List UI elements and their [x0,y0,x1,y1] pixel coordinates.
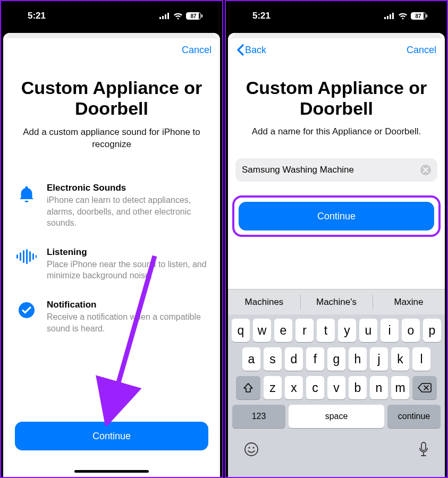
letter-key[interactable]: e [274,319,292,342]
svg-point-18 [248,447,250,448]
backspace-key[interactable] [412,376,437,399]
svg-rect-0 [159,17,161,19]
appliance-name-input[interactable] [242,165,416,175]
wifi-icon [173,13,183,20]
feature-electronic-sounds: Electronic Sounds iPhone can learn to de… [15,183,208,229]
feature-title: Electronic Sounds [47,183,208,193]
letter-key[interactable]: g [327,347,345,371]
back-label: Back [245,45,266,56]
letter-key[interactable]: a [242,347,260,371]
home-indicator[interactable] [74,470,149,473]
svg-rect-2 [165,14,166,19]
feature-title: Listening [47,247,208,258]
phone-screenshot-left: 5:21 87 Cancel Custom Appliance or Doorb… [0,0,223,478]
clear-text-icon[interactable] [420,165,431,175]
letter-key[interactable]: k [391,347,409,371]
letter-key[interactable]: d [285,347,303,371]
svg-point-17 [245,443,258,456]
svg-point-19 [252,447,254,448]
annotation-highlight-box: Continue [232,195,441,237]
continue-button[interactable]: Continue [15,422,208,450]
cellular-signal-icon [159,13,170,19]
waveform-icon [15,247,38,281]
page-title: Custom Appliance or Doorbell [15,78,208,119]
svg-rect-20 [421,442,426,450]
cellular-signal-icon [384,13,395,19]
numbers-key[interactable]: 123 [232,405,285,428]
status-time: 5:21 [252,11,271,21]
letter-key[interactable]: f [306,347,324,371]
letter-key[interactable]: u [359,319,377,342]
cancel-button[interactable]: Cancel [182,45,212,56]
checkmark-circle-icon [15,300,38,334]
back-button[interactable]: Back [236,44,266,56]
svg-rect-14 [387,16,388,19]
letter-key[interactable]: q [232,319,250,342]
status-bar: 5:21 87 [226,1,447,31]
svg-rect-13 [384,17,386,19]
feature-desc: Place iPhone near the sound to listen, a… [47,259,208,281]
letter-key[interactable]: w [253,319,271,342]
letter-key[interactable]: t [317,319,335,342]
letter-key[interactable]: o [402,319,420,342]
page-subtitle: Add a custom appliance sound for iPhone … [15,126,208,151]
svg-rect-5 [20,252,21,261]
letter-key[interactable]: h [349,347,367,371]
letter-key[interactable]: j [370,347,388,371]
bell-icon [15,183,38,229]
svg-rect-16 [392,13,394,19]
keyboard-suggestion[interactable]: Machine's [300,289,373,314]
feature-desc: Receive a notification when a compatible… [47,311,208,334]
wifi-icon [398,13,408,20]
letter-key[interactable]: c [306,376,324,399]
svg-rect-15 [390,14,391,19]
letter-key[interactable]: p [423,319,441,342]
status-bar: 5:21 87 [1,1,222,31]
svg-rect-8 [29,251,31,262]
letter-key[interactable]: r [295,319,314,342]
svg-rect-6 [23,250,24,263]
svg-rect-4 [16,254,18,259]
letter-key[interactable]: v [327,376,345,399]
battery-indicator: 87 [186,12,201,20]
page-subtitle: Add a name for this Appliance or Doorbel… [228,126,445,137]
phone-screenshot-right: 5:21 87 Back Cancel [225,0,448,478]
letter-key[interactable]: z [264,376,282,399]
shift-key[interactable] [236,376,260,399]
return-key[interactable]: continue [387,405,441,428]
feature-listening: Listening Place iPhone near the sound to… [15,247,208,281]
feature-desc: iPhone can learn to detect appliances, a… [47,194,208,229]
letter-key[interactable]: i [381,319,399,342]
svg-rect-7 [26,249,28,264]
space-key[interactable]: space [289,405,384,428]
keyboard-suggestion[interactable]: Machines [228,289,300,314]
page-title: Custom Appliance or Doorbell [228,78,445,119]
svg-rect-10 [36,255,37,258]
letter-key[interactable]: y [338,319,356,342]
svg-rect-9 [32,253,34,260]
letter-key[interactable]: m [391,376,409,399]
feature-title: Notification [47,300,208,310]
letter-key[interactable]: s [264,347,282,371]
emoji-key-icon[interactable] [244,442,259,459]
letter-key[interactable]: b [349,376,367,399]
letter-key[interactable]: n [370,376,388,399]
chevron-left-icon [236,44,244,56]
svg-rect-3 [167,13,169,19]
dictation-key-icon[interactable] [418,442,429,459]
onscreen-keyboard: Machines Machine's Maxine qwertyuiop asd… [228,289,445,477]
battery-indicator: 87 [411,12,426,20]
continue-button[interactable]: Continue [239,202,434,231]
status-time: 5:21 [28,11,46,21]
feature-notification: Notification Receive a notification when… [15,300,208,334]
svg-rect-1 [162,16,164,19]
letter-key[interactable]: x [285,376,303,399]
cancel-button[interactable]: Cancel [407,45,436,56]
keyboard-suggestion[interactable]: Maxine [373,289,445,314]
letter-key[interactable]: l [412,347,430,371]
